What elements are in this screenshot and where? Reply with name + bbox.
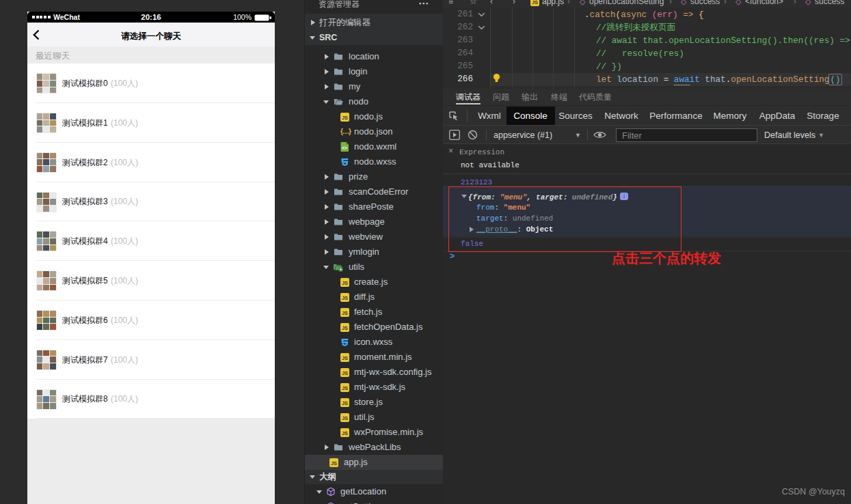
svg-text:<>: <> <box>342 146 347 151</box>
